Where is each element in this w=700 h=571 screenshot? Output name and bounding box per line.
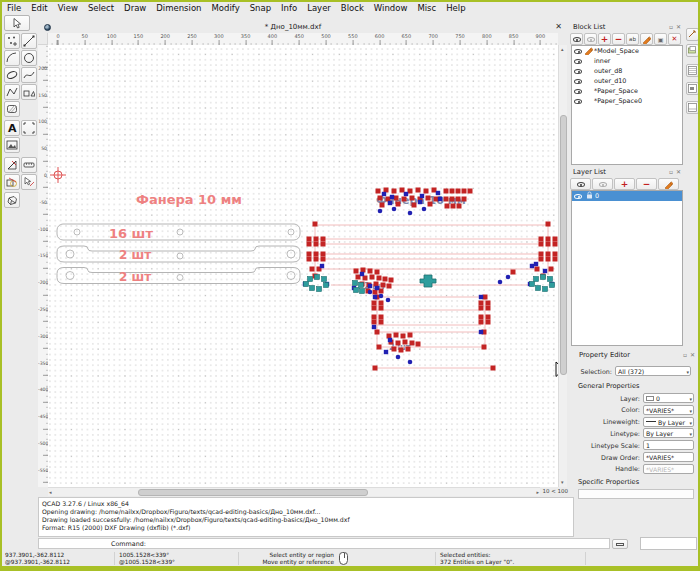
float-panel-icon[interactable]: ▫ <box>669 23 673 31</box>
block-visibility-eye-icon[interactable] <box>574 69 582 74</box>
menu-draw[interactable]: Draw <box>119 3 151 13</box>
block-visibility-eye-icon[interactable] <box>574 59 582 64</box>
circle-tool-button[interactable] <box>21 50 37 66</box>
show-all-blocks-button[interactable] <box>570 33 583 45</box>
close-panel-icon[interactable]: ✕ <box>690 351 695 359</box>
measure-tool-button[interactable] <box>21 157 37 173</box>
layer-row-0[interactable]: 0 <box>572 191 682 201</box>
image-tool-button[interactable] <box>4 137 20 153</box>
show-all-layers-button[interactable] <box>570 178 591 190</box>
dimension-tool-button[interactable] <box>4 157 20 173</box>
select-pointer-button[interactable] <box>4 15 30 31</box>
command-line[interactable]: Command: <box>38 538 610 549</box>
ellipse-tool-button[interactable] <box>4 67 20 83</box>
layer-lock-icon[interactable] <box>586 191 593 201</box>
hide-all-blocks-button[interactable] <box>584 33 597 45</box>
spline-tool-button[interactable] <box>21 67 37 83</box>
property-value: *VARIES* <box>646 454 674 461</box>
arc-handle <box>353 281 358 286</box>
canvas-horizontal-scrollbar[interactable]: ◂ ▸ <box>48 487 540 496</box>
h-ruler-label: 0 <box>56 33 59 39</box>
selection-handle <box>432 188 437 193</box>
property-field-linetypescale[interactable]: 1 <box>643 440 694 450</box>
menu-snap[interactable]: Snap <box>245 3 276 13</box>
property-field-color[interactable]: *VARIES*▾ <box>643 405 694 415</box>
menu-misc[interactable]: Misc <box>412 3 441 13</box>
hatch-tool-button[interactable] <box>4 101 20 117</box>
canvas-vertical-scrollbar[interactable]: ▴ ▾ <box>558 45 567 487</box>
block-visibility-eye-icon[interactable] <box>574 79 582 84</box>
float-panel-icon[interactable]: ▫ <box>669 168 673 176</box>
line-tool-button[interactable] <box>21 33 37 49</box>
block-row-outer_d10[interactable]: outer_d10 <box>572 76 682 86</box>
drawing-canvas[interactable]: Фанера 10 мм16 шт2 шт2 штФанера 10 мм2 ш… <box>48 45 558 487</box>
plank-hole <box>287 250 295 258</box>
property-field-lineweight[interactable]: By Layer▾ <box>643 417 694 427</box>
console-toggle-button[interactable] <box>612 539 628 549</box>
property-field-linetype[interactable]: By Layer▾ <box>643 428 694 438</box>
menu-edit[interactable]: Edit <box>26 3 52 13</box>
h-ruler-label: 800 <box>482 33 492 39</box>
solid-tool-button[interactable] <box>4 192 20 208</box>
float-panel-icon[interactable]: ▫ <box>683 351 687 359</box>
v-scroll-thumb[interactable] <box>560 115 567 375</box>
property-field-layer[interactable]: 0▾ <box>643 393 694 403</box>
selection-handle <box>307 252 312 257</box>
menu-dimension[interactable]: Dimension <box>151 3 206 13</box>
close-panel-icon[interactable]: ✕ <box>676 168 681 176</box>
menu-view[interactable]: View <box>53 3 83 13</box>
h-ruler-label: 150 <box>134 33 144 39</box>
selection-handle <box>451 204 456 209</box>
h-scroll-thumb[interactable] <box>138 489 368 496</box>
menu-select[interactable]: Select <box>83 3 119 13</box>
property-field-handle[interactable]: *VARIES* <box>643 464 694 474</box>
add-layer-button[interactable]: + <box>614 178 635 190</box>
menu-block[interactable]: Block <box>336 3 369 13</box>
close-document-icon[interactable]: ✕ <box>555 22 562 32</box>
remove-layer-button[interactable]: − <box>636 178 657 190</box>
menu-window[interactable]: Window <box>369 3 413 13</box>
menu-file[interactable]: File <box>2 3 26 13</box>
remove-block-button[interactable]: − <box>612 33 625 45</box>
menu-modify[interactable]: Modify <box>207 3 245 13</box>
block-visibility-eye-icon[interactable] <box>574 89 582 94</box>
edit-layer-button[interactable] <box>658 178 679 190</box>
general-properties-label: General Properties <box>578 382 639 390</box>
close-block-edit-button[interactable]: ✕ <box>668 33 681 45</box>
rename-block-button[interactable]: ab <box>626 33 639 45</box>
point-tool-button[interactable] <box>4 33 20 49</box>
property-field-draworder[interactable]: *VARIES* <box>643 452 694 462</box>
insert-block-button[interactable]: ▣ <box>654 33 667 45</box>
text-tool-button[interactable]: A <box>4 120 20 136</box>
selection-handle <box>450 189 455 194</box>
layer-visibility-eye-icon[interactable] <box>574 194 582 199</box>
h-ruler-label: 50 <box>82 33 88 39</box>
arc-tool-button[interactable] <box>4 50 20 66</box>
select-tool-button[interactable] <box>21 174 37 190</box>
polyline-tool-button[interactable] <box>4 84 20 100</box>
selection-combo[interactable]: All (372)▾ <box>615 366 691 376</box>
property-value: By Layer <box>646 430 673 437</box>
reference-dot <box>386 298 391 303</box>
close-panel-icon[interactable]: ✕ <box>676 23 681 31</box>
reference-point <box>543 269 547 273</box>
selection-handle <box>376 189 381 194</box>
shape-tool-button[interactable] <box>21 84 37 100</box>
block-row-Paper_Space0[interactable]: *Paper_Space0 <box>572 96 682 106</box>
selection-handle <box>380 203 385 208</box>
block-row-outer_d8[interactable]: outer_d8 <box>572 66 682 76</box>
block-visibility-eye-icon[interactable] <box>574 49 582 54</box>
viewport-tool-button[interactable] <box>21 120 37 136</box>
menu-help[interactable]: Help <box>441 3 470 13</box>
hide-all-layers-button[interactable] <box>592 178 613 190</box>
block-visibility-eye-icon[interactable] <box>574 99 582 104</box>
menu-layer[interactable]: Layer <box>302 3 336 13</box>
block-row-Paper_Space[interactable]: *Paper_Space <box>572 86 682 96</box>
block-tool-button[interactable] <box>4 174 20 190</box>
reference-dot <box>422 207 427 212</box>
menu-info[interactable]: Info <box>276 3 302 13</box>
edit-block-button[interactable] <box>640 33 653 45</box>
block-row-inner[interactable]: inner <box>572 56 682 66</box>
add-block-button[interactable]: + <box>598 33 611 45</box>
block-row-Model_Space[interactable]: *Model_Space <box>572 46 682 56</box>
